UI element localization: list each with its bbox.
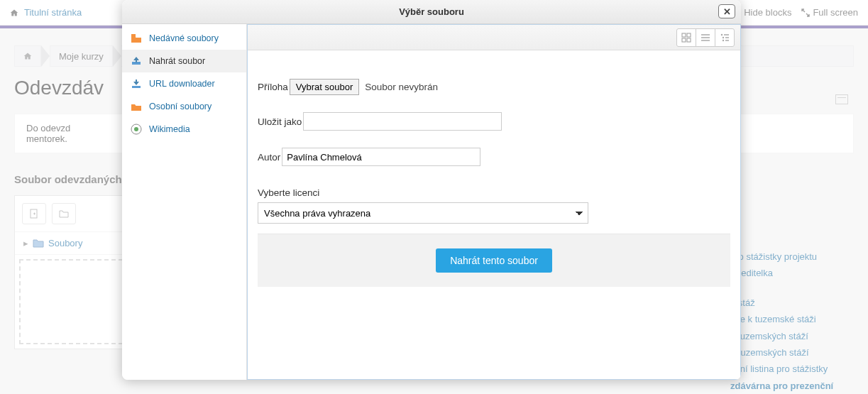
repo-upload[interactable]: Nahrát soubor [122,50,246,72]
author-input[interactable] [282,148,480,166]
svg-point-5 [134,127,138,131]
attachment-row: Příloha Vybrat soubor Soubor nevybrán [258,79,730,95]
repo-label: Nedávné soubory [149,33,219,43]
repo-label: URL downloader [149,79,215,89]
dialog-header: Výběr souboru ✕ [122,0,741,24]
author-row: Autor [258,148,730,166]
view-list-button[interactable] [696,28,715,47]
dialog-title: Výběr souboru [399,6,464,17]
repo-label: Osobní soubory [149,102,211,111]
svg-rect-9 [687,38,691,42]
repo-private[interactable]: Osobní soubory [122,95,246,118]
upload-submit-button[interactable]: Nahrát tento soubor [436,248,552,273]
view-grid-button[interactable] [676,28,696,47]
svg-rect-6 [682,33,686,37]
view-toolbar [248,25,740,50]
upload-form: Příloha Vybrat soubor Soubor nevybrán Ul… [248,50,740,379]
recent-icon [131,33,142,44]
save-as-label: Uložit jako [258,116,302,127]
no-file-text: Soubor nevybrán [365,82,438,92]
upload-icon [131,55,142,67]
view-tree-button[interactable] [715,28,735,47]
repo-label: Nahrát soubor [149,56,205,66]
svg-rect-3 [132,86,141,88]
tree-icon [720,33,730,43]
repo-url[interactable]: URL downloader [122,72,246,95]
svg-point-12 [723,39,724,40]
save-as-row: Uložit jako [258,112,730,131]
svg-point-11 [723,36,724,38]
wikimedia-icon [131,124,142,135]
repo-main-panel: Příloha Vybrat soubor Soubor nevybrán Ul… [247,24,741,380]
submit-bar: Nahrát tento soubor [258,234,730,287]
private-files-icon [131,101,142,112]
repo-label: Wikimedia [149,124,190,134]
svg-rect-8 [682,38,686,42]
file-picker-dialog: Výběr souboru ✕ Nedávné soubory Nahrát s… [122,0,741,380]
attachment-label: Příloha [258,82,288,92]
repo-wikimedia[interactable]: Wikimedia [122,118,246,141]
list-icon [701,33,710,43]
choose-file-button[interactable]: Vybrat soubor [290,79,359,95]
close-icon: ✕ [723,6,731,17]
download-icon [131,78,142,89]
license-label: Vyberte licenci [258,187,730,198]
close-button[interactable]: ✕ [718,4,735,18]
svg-point-10 [721,33,723,35]
repo-recent[interactable]: Nedávné soubory [122,27,246,50]
repo-list: Nedávné soubory Nahrát soubor URL downlo… [122,24,247,380]
license-row: Vyberte licenci Všechna práva vyhrazena [258,187,730,224]
grid-icon [681,33,691,43]
svg-rect-7 [687,33,691,37]
author-label: Autor [258,152,280,163]
svg-rect-1 [131,34,136,37]
license-select[interactable]: Všechna práva vyhrazena [258,202,588,224]
save-as-input[interactable] [303,112,502,131]
